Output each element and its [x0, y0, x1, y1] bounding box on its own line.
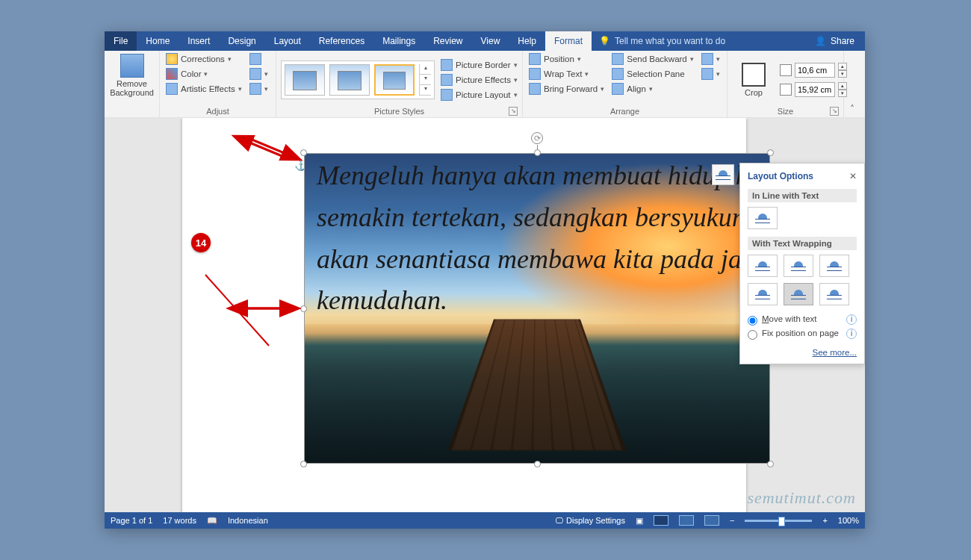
remove-background-button[interactable]: Remove Background: [109, 52, 155, 99]
color-icon: [166, 68, 178, 80]
layout-options-button[interactable]: [712, 164, 734, 185]
tab-layout[interactable]: Layout: [265, 31, 310, 51]
rotate-button[interactable]: ▾: [700, 67, 722, 81]
chevron-down-icon: ▾: [264, 70, 268, 78]
reset-picture-button[interactable]: ▾: [248, 82, 270, 96]
move-with-text-radio[interactable]: [748, 316, 757, 326]
tab-format[interactable]: Format: [545, 31, 592, 51]
focus-mode-icon[interactable]: ▣: [636, 516, 643, 526]
style-thumb[interactable]: [285, 64, 325, 96]
section-wrapping: With Text Wrapping: [748, 237, 857, 250]
fix-position-radio[interactable]: [748, 330, 757, 340]
picture-layout-button[interactable]: Picture Layout▾: [439, 88, 519, 102]
color-button[interactable]: Color▾: [164, 67, 243, 81]
artistic-icon: [166, 83, 178, 95]
wrap-through[interactable]: [819, 255, 849, 277]
height-input[interactable]: ▴▾: [780, 63, 847, 78]
tell-me-search[interactable]: 💡 Tell me what you want to do: [592, 31, 804, 51]
send-backward-button[interactable]: Send Backward▾: [610, 52, 695, 66]
radio-fix-position[interactable]: Fix position on page i: [748, 327, 857, 341]
style-thumb-selected[interactable]: [374, 64, 415, 96]
align-button[interactable]: Align▾: [610, 82, 695, 96]
corrections-button[interactable]: Corrections▾: [164, 52, 243, 66]
wrap-behind-text[interactable]: [784, 283, 813, 305]
share-label: Share: [831, 36, 854, 46]
wrap-square[interactable]: [748, 255, 778, 277]
tab-home[interactable]: Home: [137, 31, 179, 51]
display-icon: 🖵: [555, 516, 563, 525]
tab-design[interactable]: Design: [219, 31, 264, 51]
display-settings[interactable]: 🖵Display Settings: [555, 516, 625, 525]
dialog-launcher-icon[interactable]: ↘: [509, 107, 518, 116]
wrap-square-icon: [755, 261, 770, 271]
chevron-down-icon: ▾: [514, 91, 518, 99]
selection-pane-button[interactable]: Selection Pane: [610, 67, 695, 81]
tab-file[interactable]: File: [105, 31, 137, 51]
resize-handle[interactable]: [534, 461, 541, 467]
position-button[interactable]: Position▾: [527, 52, 606, 66]
group-button[interactable]: ▾: [700, 52, 722, 66]
collapse-ribbon-button[interactable]: ˄: [844, 51, 860, 117]
picture-border-button[interactable]: Picture Border▾: [439, 58, 519, 72]
tab-insert[interactable]: Insert: [179, 31, 219, 51]
artistic-effects-button[interactable]: Artistic Effects▾: [164, 82, 243, 96]
resize-handle[interactable]: [300, 305, 307, 312]
crop-button[interactable]: Crop: [732, 61, 775, 99]
group-size: Size↘: [732, 107, 839, 117]
chevron-down-icon: ▾: [690, 55, 694, 63]
border-icon: [441, 59, 453, 71]
info-icon[interactable]: i: [846, 314, 857, 325]
rotate-icon: [701, 68, 713, 80]
remove-bg-icon: [120, 54, 144, 78]
style-thumb[interactable]: [329, 64, 370, 96]
read-mode-button[interactable]: [654, 515, 668, 526]
compress-icon: [249, 53, 261, 65]
height-field[interactable]: [795, 63, 835, 78]
zoom-out[interactable]: −: [730, 516, 734, 525]
tab-mailings[interactable]: Mailings: [373, 31, 424, 51]
layout-options-pane: Layout Options ✕ In Line with Text With …: [739, 163, 865, 364]
tab-references[interactable]: References: [310, 31, 373, 51]
change-picture-button[interactable]: ▾: [248, 67, 270, 81]
dialog-launcher-icon[interactable]: ↘: [830, 107, 839, 116]
resize-handle[interactable]: [767, 461, 774, 467]
close-icon[interactable]: ✕: [849, 171, 857, 181]
tab-help[interactable]: Help: [509, 31, 545, 51]
zoom-slider[interactable]: [745, 520, 812, 522]
gallery-more[interactable]: ▴▾▾: [419, 64, 431, 96]
share-button[interactable]: 👤 Share: [804, 31, 865, 51]
page-count[interactable]: Page 1 of 1: [111, 516, 152, 525]
spellcheck-icon[interactable]: 📖: [207, 516, 217, 526]
word-window: File Home Insert Design Layout Reference…: [105, 31, 865, 529]
width-input[interactable]: ▴▾: [780, 82, 847, 97]
rotate-handle[interactable]: ⟳: [531, 132, 543, 144]
info-icon[interactable]: i: [846, 329, 857, 339]
width-field[interactable]: [795, 82, 835, 97]
see-more-link[interactable]: See more...: [813, 348, 857, 357]
zoom-level[interactable]: 100%: [838, 516, 859, 525]
document-page[interactable]: ⚓ ⟳ Mengeluh hanya akan membuat hidup ki…: [182, 118, 746, 512]
wrap-inline[interactable]: [748, 207, 778, 229]
resize-handle[interactable]: [300, 149, 307, 156]
chevron-down-icon: ▾: [577, 55, 581, 63]
tab-view[interactable]: View: [472, 31, 509, 51]
radio-move-with-text[interactable]: Move with text i: [748, 313, 857, 327]
status-bar: Page 1 of 1 17 words 📖 Indonesian 🖵Displ…: [105, 512, 865, 529]
chevron-down-icon: ▾: [716, 70, 720, 78]
tab-review[interactable]: Review: [424, 31, 471, 51]
wrap-front-text[interactable]: [819, 283, 849, 305]
picture-effects-button[interactable]: Picture Effects▾: [439, 73, 519, 87]
resize-handle[interactable]: [300, 461, 307, 467]
word-count[interactable]: 17 words: [163, 516, 196, 525]
zoom-in[interactable]: +: [822, 516, 827, 525]
bring-forward-button[interactable]: Bring Forward▾: [527, 82, 606, 96]
picture-styles-gallery[interactable]: ▴▾▾: [281, 60, 435, 99]
send-back-icon: [612, 53, 624, 65]
language[interactable]: Indonesian: [228, 516, 268, 525]
wrap-text-button[interactable]: Wrap Text▾: [527, 67, 606, 81]
compress-pictures-button[interactable]: [248, 52, 270, 66]
wrap-tight[interactable]: [784, 255, 813, 277]
wrap-top-bottom[interactable]: [748, 283, 778, 305]
print-layout-button[interactable]: [679, 515, 694, 526]
web-layout-button[interactable]: [704, 515, 719, 526]
